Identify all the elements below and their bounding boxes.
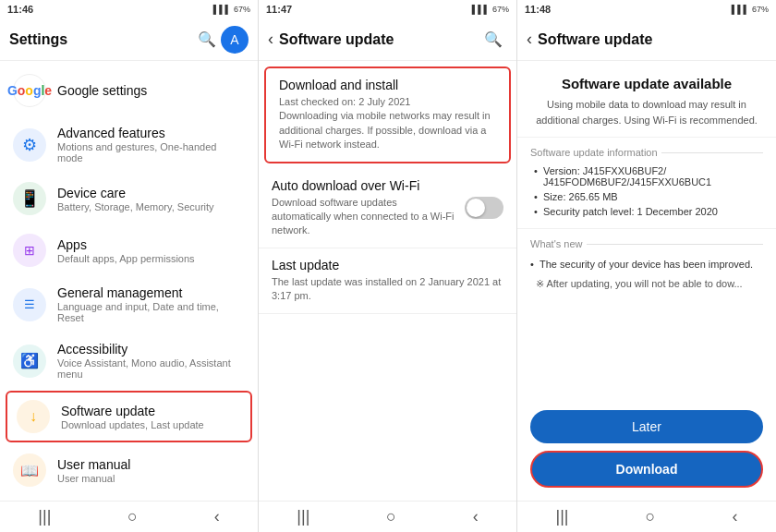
general-icon: ☰: [13, 288, 46, 321]
manual-title: User manual: [57, 457, 245, 472]
nav-recents-3[interactable]: |||: [556, 507, 569, 526]
time-3: 11:48: [525, 4, 551, 15]
whats-new-note: ※ After updating, you will not be able t…: [530, 278, 763, 290]
whats-new-section: What's new The security of your device h…: [517, 229, 776, 401]
time-1: 11:46: [7, 4, 33, 15]
search-button[interactable]: 🔍: [193, 26, 221, 54]
info-item-size: Size: 265.65 MB: [534, 189, 763, 204]
panel-update-available: 11:48 ▌▌▌ 67% ‹ Software update Software…: [517, 0, 776, 532]
account-button[interactable]: A: [221, 26, 249, 54]
update-available-desc: Using mobile data to download may result…: [530, 97, 763, 127]
update-available-heading: Software update available: [530, 76, 763, 91]
signal-icon-2: ▌▌▌: [472, 5, 490, 14]
accessibility-subtitle: Voice Assistant, Mono audio, Assistant m…: [57, 357, 245, 380]
software-update-icon: ↓: [17, 400, 50, 433]
auto-download-row: Auto download over Wi-Fi Download softwa…: [259, 169, 516, 248]
download-install-title: Download and install: [279, 78, 496, 92]
battery-icon-2: 67%: [492, 5, 509, 14]
advanced-text: Advanced features Motions and gestures, …: [57, 126, 245, 163]
accessibility-title: Accessibility: [57, 342, 245, 357]
update-available-title: Software update: [538, 31, 767, 48]
status-bar-2: 11:47 ▌▌▌ 67%: [259, 0, 516, 18]
download-install-section[interactable]: Download and install Last checked on: 2 …: [264, 66, 511, 163]
accessibility-text: Accessibility Voice Assistant, Mono audi…: [57, 342, 245, 380]
download-button[interactable]: Download: [530, 451, 763, 488]
nav-home-2[interactable]: ○: [386, 507, 396, 526]
nav-recents-2[interactable]: |||: [297, 507, 309, 526]
software-text: Software update Download updates, Last u…: [61, 404, 241, 430]
nav-home-3[interactable]: ○: [646, 507, 656, 526]
nav-back-2[interactable]: ‹: [473, 507, 479, 526]
info-item-security: Security patch level: 1 December 2020: [534, 204, 763, 219]
settings-item-apps[interactable]: ⊞ Apps Default apps, App permissions: [0, 224, 258, 276]
apps-title: Apps: [57, 237, 245, 252]
whats-new-label: What's new: [530, 238, 763, 249]
settings-list: Google Google settings ⚙ Advanced featur…: [0, 61, 258, 501]
update-available-message: Software update available Using mobile d…: [517, 61, 776, 138]
battery-icon-1: 67%: [234, 5, 250, 14]
advanced-icon: ⚙: [13, 128, 46, 162]
update-info-section: Software update information Version: J41…: [517, 138, 776, 229]
auto-download-text: Auto download over Wi-Fi Download softwa…: [272, 178, 455, 238]
signal-icon-1: ▌▌▌: [213, 5, 231, 14]
auto-download-title: Auto download over Wi-Fi: [272, 178, 455, 193]
last-update-section[interactable]: Last update The last update was installe…: [259, 248, 516, 314]
bottom-nav-3: ||| ○ ‹: [517, 501, 776, 532]
manual-text: User manual User manual: [57, 457, 245, 484]
settings-title: Settings: [9, 31, 189, 48]
last-update-title: Last update: [272, 258, 503, 272]
software-update-header: ‹ Software update 🔍: [259, 18, 516, 61]
google-text: Google settings: [57, 83, 245, 98]
general-title: General management: [57, 285, 245, 300]
signal-icon-3: ▌▌▌: [732, 5, 749, 14]
back-button-3[interactable]: ‹: [527, 30, 532, 49]
accessibility-icon: ♿: [13, 345, 46, 378]
whats-new-item-1: The security of your device has been imp…: [530, 255, 763, 274]
update-available-header: ‹ Software update: [517, 18, 776, 61]
nav-recents-1[interactable]: |||: [38, 507, 51, 526]
general-subtitle: Language and input, Date and time, Reset: [57, 301, 245, 323]
nav-home-1[interactable]: ○: [127, 507, 138, 526]
nav-back-1[interactable]: ‹: [214, 507, 220, 526]
bottom-nav-1: ||| ○ ‹: [0, 501, 258, 532]
device-subtitle: Battery, Storage, Memory, Security: [57, 201, 245, 212]
settings-item-advanced[interactable]: ⚙ Advanced features Motions and gestures…: [0, 116, 258, 173]
settings-item-device[interactable]: 📱 Device care Battery, Storage, Memory, …: [0, 173, 258, 224]
settings-item-general[interactable]: ☰ General management Language and input,…: [0, 276, 258, 332]
settings-item-accessibility[interactable]: ♿ Accessibility Voice Assistant, Mono au…: [0, 332, 258, 389]
software-subtitle: Download updates, Last update: [61, 419, 241, 430]
google-title: Google settings: [57, 83, 245, 98]
advanced-subtitle: Motions and gestures, One-handed mode: [57, 141, 245, 163]
status-bar-1: 11:46 ▌▌▌ 67%: [0, 0, 258, 18]
last-update-desc: The last update was installed on 2 Janua…: [272, 275, 503, 304]
nav-back-3[interactable]: ‹: [732, 507, 737, 526]
google-icon: Google: [13, 74, 46, 107]
update-info-list: Version: J415FXXU6BUF2/ J415FODM6BUF2/J4…: [530, 163, 763, 219]
settings-item-about[interactable]: ℹ About phone Status, Legal information,…: [0, 496, 258, 501]
update-info-label: Software update information: [530, 147, 763, 158]
panel-software-update: 11:47 ▌▌▌ 67% ‹ Software update 🔍 Downlo…: [259, 0, 517, 532]
software-update-title: Software update: [279, 31, 476, 48]
search-button-2[interactable]: 🔍: [479, 26, 507, 54]
device-title: Device care: [57, 186, 245, 200]
settings-header: Settings 🔍 A: [0, 18, 258, 61]
status-icons-1: ▌▌▌ 67%: [213, 5, 250, 14]
settings-item-manual[interactable]: 📖 User manual User manual: [0, 444, 258, 496]
general-text: General management Language and input, D…: [57, 285, 245, 323]
auto-download-toggle[interactable]: [465, 197, 503, 219]
manual-icon: 📖: [13, 453, 46, 487]
device-icon: 📱: [13, 182, 46, 215]
manual-subtitle: User manual: [57, 473, 245, 484]
panel-settings: 11:46 ▌▌▌ 67% Settings 🔍 A Google Google…: [0, 0, 259, 532]
later-button[interactable]: Later: [530, 410, 763, 443]
apps-icon: ⊞: [13, 234, 46, 267]
back-button-2[interactable]: ‹: [268, 30, 273, 49]
action-buttons: Later Download: [517, 401, 776, 501]
time-2: 11:47: [266, 4, 292, 15]
battery-icon-3: 67%: [752, 5, 769, 14]
device-text: Device care Battery, Storage, Memory, Se…: [57, 186, 245, 212]
info-item-version: Version: J415FXXU6BUF2/ J415FODM6BUF2/J4…: [534, 163, 763, 189]
status-icons-2: ▌▌▌ 67%: [472, 5, 509, 14]
settings-item-software[interactable]: ↓ Software update Download updates, Last…: [6, 391, 252, 442]
settings-item-google[interactable]: Google Google settings: [0, 65, 258, 116]
